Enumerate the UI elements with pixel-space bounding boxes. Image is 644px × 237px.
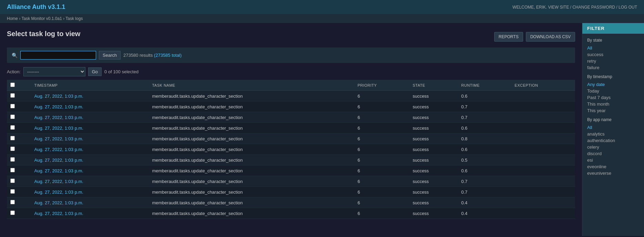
row-state: success — [409, 144, 458, 155]
action-select[interactable]: -------- — [23, 67, 85, 76]
filter-app-item[interactable]: eveuniverse — [587, 170, 639, 176]
row-task-name: memberaudit.tasks.update_character_secti… — [149, 176, 354, 187]
total-count[interactable]: (273585 total) — [154, 53, 181, 58]
reports-button[interactable]: REPORTS — [494, 32, 523, 42]
row-checkbox[interactable] — [10, 115, 15, 119]
row-checkbox[interactable] — [10, 125, 15, 130]
row-state: success — [409, 208, 458, 219]
row-checkbox-cell[interactable] — [7, 208, 31, 219]
row-checkbox[interactable] — [10, 200, 15, 204]
filter-timestamp-item[interactable]: Past 7 days — [587, 94, 639, 101]
table-header-row: TIMESTAMP TASK NAME PRIORITY STATE RUNTI… — [7, 80, 575, 91]
filter-app-item[interactable]: celery — [587, 144, 639, 150]
filter-app-item[interactable]: authentication — [587, 137, 639, 144]
row-checkbox-cell[interactable] — [7, 91, 31, 101]
row-checkbox-cell[interactable] — [7, 197, 31, 208]
filter-app-items: Allanalyticsauthenticationcelerydiscorde… — [587, 124, 639, 176]
breadcrumb-home[interactable]: Home — [7, 16, 18, 21]
timestamp-link[interactable]: Aug. 27, 2022, 1:03 p.m. — [34, 94, 83, 99]
exception-col: EXCEPTION — [511, 80, 575, 91]
row-timestamp: Aug. 27, 2022, 1:03 p.m. — [31, 112, 149, 123]
search-button[interactable]: Search — [99, 51, 121, 60]
timestamp-link[interactable]: Aug. 27, 2022, 1:03 p.m. — [34, 168, 83, 173]
change-password-link[interactable]: CHANGE PASSWORD — [572, 5, 615, 10]
timestamp-link[interactable]: Aug. 27, 2022, 1:03 p.m. — [34, 126, 83, 131]
runtime-col: RUNTIME — [458, 80, 511, 91]
user-nav: WELCOME, ERIK. VIEW SITE / CHANGE PASSWO… — [512, 5, 637, 10]
filter-timestamp-item[interactable]: Any date — [587, 81, 639, 88]
go-button[interactable]: Go — [88, 67, 102, 76]
search-icon: 🔍 — [12, 53, 18, 58]
filter-timestamp-item[interactable]: This month — [587, 101, 639, 107]
row-checkbox[interactable] — [10, 168, 15, 172]
view-site-link[interactable]: VIEW SITE — [548, 5, 569, 10]
row-checkbox[interactable] — [10, 93, 15, 98]
row-state: success — [409, 112, 458, 123]
row-checkbox[interactable] — [10, 147, 15, 151]
filter-timestamp-item[interactable]: This year — [587, 107, 639, 114]
filter-app-item[interactable]: eveonline — [587, 163, 639, 170]
row-state: success — [409, 133, 458, 144]
filter-timestamp-item[interactable]: Today — [587, 88, 639, 94]
task-table-body: Aug. 27, 2022, 1:03 p.m. memberaudit.tas… — [7, 91, 575, 219]
download-csv-button[interactable]: DOWNLOAD AS CSV — [526, 32, 575, 42]
timestamp-link[interactable]: Aug. 27, 2022, 1:03 p.m. — [34, 179, 83, 184]
timestamp-link[interactable]: Aug. 27, 2022, 1:03 p.m. — [34, 211, 83, 216]
row-checkbox-cell[interactable] — [7, 155, 31, 165]
filter-by-timestamp-title: By timestamp — [587, 74, 639, 79]
filter-app-item[interactable]: analytics — [587, 131, 639, 137]
row-task-name: memberaudit.tasks.update_character_secti… — [149, 165, 354, 176]
row-checkbox-cell[interactable] — [7, 112, 31, 123]
task-name-col: TASK NAME — [149, 80, 354, 91]
timestamp-link[interactable]: Aug. 27, 2022, 1:03 p.m. — [34, 104, 83, 109]
timestamp-link[interactable]: Aug. 27, 2022, 1:03 p.m. — [34, 190, 83, 195]
row-exception — [511, 144, 575, 155]
search-bar: 🔍 Search 273580 results (273585 total) — [7, 47, 575, 63]
row-state: success — [409, 101, 458, 112]
timestamp-link[interactable]: Aug. 27, 2022, 1:03 p.m. — [34, 158, 83, 163]
row-exception — [511, 91, 575, 101]
row-checkbox-cell[interactable] — [7, 176, 31, 187]
row-checkbox[interactable] — [10, 179, 15, 183]
row-checkbox-cell[interactable] — [7, 101, 31, 112]
timestamp-link[interactable]: Aug. 27, 2022, 1:03 p.m. — [34, 147, 83, 152]
row-timestamp: Aug. 27, 2022, 1:03 p.m. — [31, 208, 149, 219]
filter-app-item[interactable]: esi — [587, 157, 639, 163]
timestamp-link[interactable]: Aug. 27, 2022, 1:03 p.m. — [34, 136, 83, 141]
timestamp-link[interactable]: Aug. 27, 2022, 1:03 p.m. — [34, 200, 83, 205]
row-checkbox-cell[interactable] — [7, 165, 31, 176]
row-checkbox-cell[interactable] — [7, 133, 31, 144]
filter-state-item[interactable]: failure — [587, 64, 639, 71]
table-row: Aug. 27, 2022, 1:03 p.m. memberaudit.tas… — [7, 155, 575, 165]
action-row: Action: -------- Go 0 of 100 selected — [7, 67, 575, 76]
log-out-link[interactable]: LOG OUT — [619, 5, 637, 10]
row-checkbox[interactable] — [10, 136, 15, 140]
filter-state-item[interactable]: All — [587, 45, 639, 51]
page-title: Select task log to view — [7, 30, 80, 38]
filter-app-item[interactable]: All — [587, 124, 639, 131]
breadcrumb-current: Task logs — [65, 16, 83, 21]
row-checkbox[interactable] — [10, 211, 15, 215]
select-all-checkbox[interactable] — [10, 83, 15, 87]
row-checkbox[interactable] — [10, 157, 15, 162]
row-checkbox[interactable] — [10, 104, 15, 108]
table-row: Aug. 27, 2022, 1:03 p.m. memberaudit.tas… — [7, 187, 575, 197]
row-runtime: 0.6 — [458, 144, 511, 155]
row-timestamp: Aug. 27, 2022, 1:03 p.m. — [31, 91, 149, 101]
row-runtime: 0.6 — [458, 123, 511, 133]
row-priority: 6 — [354, 208, 409, 219]
row-runtime: 0.7 — [458, 112, 511, 123]
timestamp-link[interactable]: Aug. 27, 2022, 1:03 p.m. — [34, 115, 83, 120]
filter-state-item[interactable]: retry — [587, 58, 639, 64]
row-timestamp: Aug. 27, 2022, 1:03 p.m. — [31, 144, 149, 155]
filter-state-item[interactable]: success — [587, 51, 639, 58]
breadcrumb-task-monitor[interactable]: Task Monitor v0.1.0a1 — [21, 16, 62, 21]
search-input[interactable] — [20, 51, 96, 60]
filter-app-item[interactable]: discord — [587, 150, 639, 157]
row-checkbox-cell[interactable] — [7, 187, 31, 197]
row-checkbox-cell[interactable] — [7, 123, 31, 133]
row-checkbox-cell[interactable] — [7, 144, 31, 155]
filter-panel: FILTER By state Allsuccessretryfailure B… — [582, 23, 644, 236]
page-toolbar: Select task log to view REPORTS DOWNLOAD… — [7, 30, 575, 43]
row-checkbox[interactable] — [10, 189, 15, 194]
